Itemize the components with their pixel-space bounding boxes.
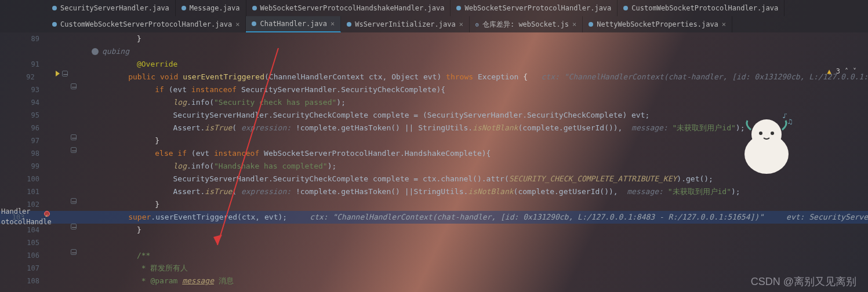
fold-icon[interactable] <box>71 83 77 89</box>
watermark: CSDN @离别又见离别 <box>751 275 856 289</box>
gear-icon: ⚙ <box>475 21 479 28</box>
inline-hint: ctx: "ChannelHandlerContext(chat-handler… <box>287 213 764 221</box>
tab-message[interactable]: Message.java <box>176 0 246 16</box>
warning-icon: ▲ <box>827 67 831 75</box>
close-icon[interactable]: × <box>331 20 335 28</box>
line-number: 106 <box>0 249 45 262</box>
inline-hint: evt: SecurityServe <box>764 213 868 221</box>
file-icon <box>252 21 256 26</box>
file-icon <box>347 22 351 27</box>
chevron-down-icon[interactable]: ˅ <box>853 67 856 75</box>
file-icon <box>52 6 57 10</box>
file-icon <box>623 6 628 10</box>
chevron-up-icon[interactable]: ˄ <box>845 67 848 75</box>
file-icon <box>252 6 257 10</box>
fold-icon[interactable] <box>71 134 77 140</box>
line-number: 95 <box>0 109 45 122</box>
fold-icon[interactable] <box>62 71 68 76</box>
project-tree-fragment: Handler otocolHandle <box>0 206 52 227</box>
line-number: 107 <box>0 262 45 275</box>
line-number: 101 <box>0 185 45 198</box>
tab-custom-ws-proto-handler[interactable]: CustomWebSocketProtocolHandler.java <box>618 0 785 16</box>
line-number: 105 <box>0 236 45 249</box>
code-editor[interactable]: 89 } qubing 91 @Override 92 public void … <box>0 32 868 292</box>
inspection-widget[interactable]: ▲ 3 ˄ ˅ <box>827 67 856 75</box>
close-icon[interactable]: × <box>459 20 463 28</box>
avatar-icon <box>92 48 99 55</box>
tab-ws-server-initializer[interactable]: WsServerInitializer.java× <box>341 16 470 32</box>
close-icon[interactable]: × <box>572 20 576 28</box>
author-annotation: qubing <box>80 45 129 58</box>
line-number: 96 <box>0 122 45 134</box>
fold-icon[interactable] <box>71 224 77 229</box>
inline-hint: ctx: "ChannelHandlerContext(chat-handler… <box>528 72 868 81</box>
tab-security-server-handler[interactable]: SecurityServerHandler.java <box>46 0 176 16</box>
file-icon <box>456 6 461 10</box>
close-icon[interactable]: × <box>235 20 239 28</box>
line-number: 108 <box>0 275 45 287</box>
line-number: 92 <box>0 71 41 83</box>
tab-chat-handler[interactable]: ChatHandler.java× <box>246 16 341 32</box>
line-number: 100 <box>0 173 45 185</box>
line-number: 98 <box>0 147 45 160</box>
file-icon <box>181 6 186 10</box>
tab-ws-proto-handler[interactable]: WebSocketServerProtocolHandler.java <box>451 0 618 16</box>
fold-icon[interactable] <box>71 198 77 204</box>
file-icon <box>589 22 593 27</box>
line-number: 89 <box>0 32 45 45</box>
line-number: 99 <box>0 160 45 173</box>
line-number: 94 <box>0 96 45 109</box>
fold-icon[interactable] <box>71 249 77 255</box>
execution-line: 103 super.userEventTriggered(ctx, evt); … <box>0 211 868 224</box>
line-number: 97 <box>0 134 45 147</box>
tab-bar-second: CustomWebSocketServerProtocolHandler.jav… <box>0 16 868 32</box>
tab-ws-proto-handshake-handler[interactable]: WebSocketServerProtocolHandshakeHandler.… <box>246 0 451 16</box>
close-icon[interactable]: × <box>722 20 726 28</box>
line-number: 93 <box>0 83 45 96</box>
override-icon[interactable] <box>56 71 60 76</box>
tab-bar-top: SecurityServerHandler.java Message.java … <box>0 0 868 16</box>
fold-icon[interactable] <box>71 147 77 153</box>
file-icon <box>52 22 57 27</box>
tab-netty-ws-properties[interactable]: NettyWebSocketProperties.java× <box>583 16 732 32</box>
line-number: 91 <box>0 58 45 71</box>
tab-custom-ws-server-proto-handler[interactable]: CustomWebSocketServerProtocolHandler.jav… <box>46 16 246 32</box>
tab-repo-diff-websocket-js[interactable]: ⚙仓库差异: webSocket.js× <box>470 16 583 32</box>
